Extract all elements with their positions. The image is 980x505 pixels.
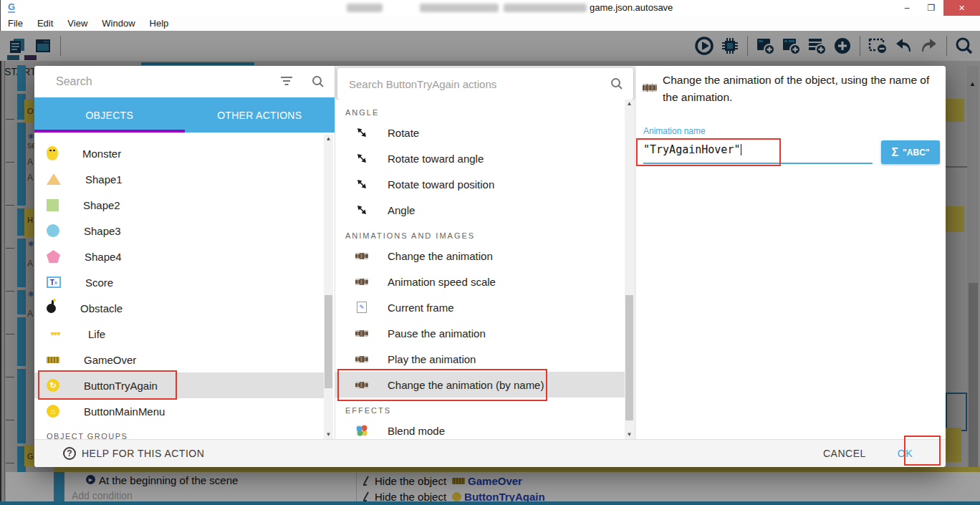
- action-item-angle[interactable]: Angle: [335, 197, 625, 223]
- rotate-icon: [355, 204, 369, 216]
- objects-scrollbar-thumb[interactable]: [325, 295, 332, 388]
- section-header: ANGLE: [335, 100, 625, 120]
- filmstrip-icon: [643, 84, 657, 92]
- action-description: Change the animation of the object, usin…: [663, 72, 941, 106]
- object-groups-header: OBJECT GROUPS: [34, 422, 128, 441]
- redacted-title-text: [347, 4, 383, 12]
- menu-window[interactable]: Window: [100, 18, 143, 29]
- home-icon: ⌂: [47, 405, 59, 418]
- scroll-up-arrow-icon[interactable]: ▲: [324, 135, 333, 143]
- cancel-button[interactable]: CANCEL: [823, 448, 866, 459]
- film-icon: [355, 253, 369, 259]
- monster-icon: [47, 146, 58, 160]
- filter-icon[interactable]: [280, 77, 293, 87]
- action-parameters-panel: Change the animation of the object, usin…: [636, 66, 946, 439]
- actions-panel: ANGLERotateRotate toward angleRotate tow…: [335, 66, 636, 467]
- window-titlebar: G game.json.autosave – ❐ ✕: [0, 0, 980, 16]
- object-item-gameover[interactable]: GameOver: [34, 347, 324, 372]
- actions-search-bar: [337, 68, 633, 100]
- action-item-blend-mode[interactable]: Blend mode: [335, 418, 625, 439]
- square-icon: [47, 199, 59, 211]
- menu-edit[interactable]: Edit: [36, 18, 62, 29]
- choose-action-dialog: OBJECTS OTHER ACTIONS MonsterShape1Shape…: [34, 66, 946, 467]
- object-item-shape2[interactable]: Shape2: [34, 192, 324, 218]
- window-title: game.json.autosave: [590, 2, 673, 13]
- action-item-rotate-toward-position[interactable]: Rotate toward position: [335, 171, 625, 197]
- animation-name-label: Animation name: [643, 126, 706, 136]
- action-item-current-frame[interactable]: ✎Current frame: [335, 294, 625, 320]
- tab-objects[interactable]: OBJECTS: [34, 97, 185, 133]
- triangle-icon: [47, 173, 61, 185]
- object-item-score[interactable]: TxScore: [34, 269, 324, 295]
- action-item-rotate-toward-angle[interactable]: Rotate toward angle: [335, 145, 625, 171]
- objects-panel: OBJECTS OTHER ACTIONS MonsterShape1Shape…: [34, 66, 335, 467]
- object-item-monster[interactable]: Monster: [34, 140, 324, 166]
- annotation-box-buttontryagain: [38, 370, 177, 400]
- objects-tabs: OBJECTS OTHER ACTIONS: [34, 97, 335, 133]
- help-icon[interactable]: ?: [63, 447, 76, 460]
- menu-file[interactable]: File: [6, 18, 32, 29]
- search-icon[interactable]: [610, 77, 623, 90]
- object-item-buttonmainmenu[interactable]: ⌂ButtonMainMenu: [34, 398, 324, 424]
- action-item-rotate[interactable]: Rotate: [335, 120, 625, 145]
- circle-icon: [47, 224, 59, 237]
- redacted-title-text: [420, 4, 499, 12]
- film-icon: [355, 330, 369, 337]
- gdevelop-logo-icon: G: [8, 3, 15, 13]
- minimize-button[interactable]: –: [895, 0, 919, 16]
- gameover-icon: [47, 357, 59, 363]
- film-icon: [355, 279, 369, 285]
- tab-other-actions[interactable]: OTHER ACTIONS: [185, 97, 335, 133]
- redacted-title-text: [504, 4, 587, 12]
- dialog-footer: ? HELP FOR THIS ACTION CANCEL OK: [34, 439, 946, 467]
- action-item-animation-speed-scale[interactable]: Animation speed scale: [335, 269, 625, 294]
- menu-help[interactable]: Help: [148, 18, 178, 29]
- section-header: ANIMATIONS AND IMAGES: [335, 223, 625, 243]
- object-item-shape3[interactable]: Shape3: [34, 218, 324, 244]
- annotation-box-animation-name-input: [636, 138, 781, 166]
- objects-search-input[interactable]: [56, 75, 280, 88]
- search-icon[interactable]: [312, 75, 325, 88]
- hearts-icon: ♥♥♥: [47, 330, 64, 337]
- close-button[interactable]: ✕: [943, 0, 980, 16]
- film-icon: [355, 356, 369, 362]
- object-item-shape1[interactable]: Shape1: [34, 166, 324, 192]
- sigma-icon: Σ: [892, 146, 899, 159]
- actions-scrollbar-thumb[interactable]: [625, 295, 633, 420]
- frameedit-icon: ✎: [355, 302, 369, 313]
- action-item-play-the-animation[interactable]: Play the animation: [335, 346, 625, 372]
- object-item-shape4[interactable]: Shape4: [34, 244, 324, 269]
- text-icon: Tx: [47, 276, 61, 288]
- rotate-icon: [355, 153, 369, 164]
- rotate-icon: [355, 127, 369, 138]
- scroll-down-arrow-icon[interactable]: ▼: [625, 431, 634, 439]
- pentagon-icon: [47, 250, 60, 263]
- object-item-obstacle[interactable]: Obstacle: [34, 295, 324, 321]
- restore-button[interactable]: ❐: [919, 0, 943, 16]
- actions-search-input[interactable]: [349, 78, 610, 90]
- annotation-box-change-animation-by-name: [337, 369, 547, 401]
- menu-view[interactable]: View: [66, 18, 96, 29]
- actions-scrollbar[interactable]: ▲ ▼: [625, 100, 634, 439]
- objects-scrollbar[interactable]: ▲ ▼: [324, 135, 333, 439]
- menu-bar: FileEditViewWindowHelp: [0, 16, 980, 31]
- expression-editor-button[interactable]: Σ "ABC": [881, 140, 940, 164]
- scroll-up-arrow-icon[interactable]: ▲: [625, 100, 634, 108]
- action-item-pause-the-animation[interactable]: Pause the animation: [335, 320, 625, 346]
- objects-search-bar: [34, 66, 335, 97]
- annotation-box-ok-button: [904, 436, 941, 466]
- blend-icon: [355, 425, 369, 436]
- action-item-change-the-animation[interactable]: Change the animation: [335, 243, 625, 269]
- scroll-down-arrow-icon[interactable]: ▼: [324, 431, 333, 439]
- help-link[interactable]: HELP FOR THIS ACTION: [82, 448, 204, 459]
- object-item-life[interactable]: ♥♥♥Life: [34, 321, 324, 347]
- bomb-icon: [47, 304, 56, 313]
- rotate-icon: [355, 178, 369, 190]
